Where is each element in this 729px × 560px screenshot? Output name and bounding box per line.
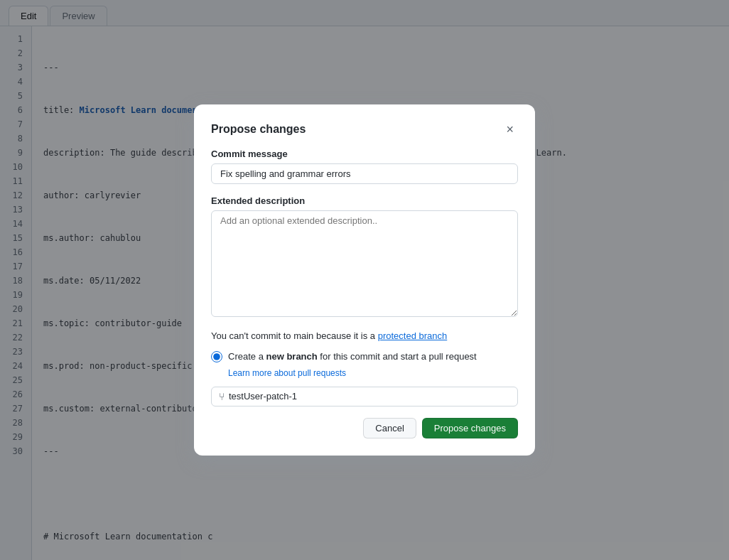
branch-name-wrapper: ⑂ [211, 387, 518, 406]
modal-actions: Cancel Propose changes [211, 418, 518, 438]
propose-changes-button[interactable]: Propose changes [422, 418, 518, 438]
extended-description-label: Extended description [211, 195, 518, 206]
branch-icon: ⑂ [219, 391, 225, 402]
modal-title: Propose changes [211, 123, 306, 136]
new-branch-label: Create a new branch for this commit and … [228, 350, 477, 364]
protected-branch-link[interactable]: protected branch [378, 330, 448, 341]
close-icon[interactable]: × [502, 122, 518, 137]
protected-notice-text: You can't commit to main because it is a [211, 330, 378, 341]
new-branch-radio[interactable] [211, 351, 222, 362]
learn-more-link[interactable]: Learn more about pull requests [228, 368, 518, 378]
propose-changes-modal: Propose changes × Commit message Extende… [194, 104, 535, 456]
commit-message-input[interactable] [211, 163, 518, 184]
new-branch-option: Create a new branch for this commit and … [211, 350, 518, 364]
cancel-button[interactable]: Cancel [363, 418, 416, 438]
commit-message-group: Commit message [211, 149, 518, 184]
extended-description-group: Extended description [211, 195, 518, 319]
protected-branch-notice: You can't commit to main because it is a… [211, 330, 518, 341]
modal-header: Propose changes × [211, 122, 518, 137]
extended-description-textarea[interactable] [211, 210, 518, 317]
modal-overlay: Propose changes × Commit message Extende… [0, 0, 729, 560]
branch-name-input[interactable] [229, 391, 510, 402]
commit-message-label: Commit message [211, 149, 518, 159]
